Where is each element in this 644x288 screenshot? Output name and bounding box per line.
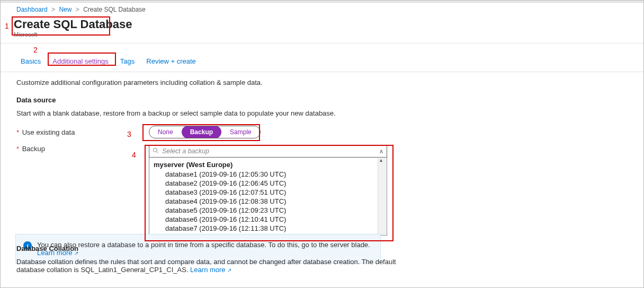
tabs: Basics Additional settings Tags Review +…: [1, 54, 643, 72]
backup-group-header: myserver (West Europe): [154, 160, 387, 170]
section-title-collation: Database Collation: [16, 245, 398, 252]
option-none[interactable]: None: [149, 126, 182, 138]
content: Customize additional configuration param…: [1, 72, 643, 247]
backup-dropdown: Select a backup ∧ myserver (West Europe)…: [149, 145, 387, 235]
section-text-collation: Database collation defines the rules tha…: [16, 258, 398, 274]
required-asterisk: *: [16, 128, 19, 136]
breadcrumb-current: Create SQL Database: [83, 6, 146, 13]
page-header: Create SQL Database Microsoft: [1, 13, 643, 43]
breadcrumb-separator: >: [74, 6, 82, 13]
backup-option[interactable]: database5 (2019-09-16 (12:09:23 UTC): [154, 206, 387, 215]
tab-additional-settings[interactable]: Additional settings: [52, 54, 109, 72]
backup-dropdown-input[interactable]: Select a backup ∧: [149, 145, 387, 158]
backup-placeholder: Select a backup: [162, 147, 379, 155]
svg-line-1: [157, 151, 158, 153]
external-link-icon: ↗: [227, 267, 231, 273]
page-subtitle: Microsoft: [14, 31, 637, 38]
tab-description: Customize additional configuration param…: [16, 78, 633, 86]
required-asterisk: *: [16, 145, 19, 153]
breadcrumb: Dashboard > New > Create SQL Database: [1, 3, 643, 13]
breadcrumb-separator: >: [49, 6, 57, 13]
backup-dropdown-list: myserver (West Europe) database1 (2019-0…: [149, 158, 387, 235]
breadcrumb-link-new[interactable]: New: [59, 6, 71, 13]
chevron-up-icon: ∧: [379, 148, 383, 155]
use-existing-data-toggle[interactable]: None Backup Sample: [149, 126, 261, 138]
label-backup: * Backup: [16, 145, 149, 153]
page-root: Dashboard > New > Create SQL Database Cr…: [0, 0, 644, 288]
svg-point-0: [154, 148, 157, 152]
backup-option[interactable]: database7 (2019-09-16 (12:11:38 UTC): [154, 224, 387, 233]
tab-review-create[interactable]: Review + create: [146, 54, 196, 72]
row-use-existing-data: * Use existing data None Backup Sample: [16, 126, 633, 138]
page-title: Create SQL Database: [14, 18, 132, 31]
backup-option[interactable]: database3 (2019-09-16 (12:07:51 UTC): [154, 188, 387, 197]
section-title-data-source: Data source: [16, 96, 633, 104]
option-backup[interactable]: Backup: [182, 126, 221, 138]
label-text: Backup: [22, 145, 45, 153]
row-backup: * Backup Select a backup ∧ myserver (Wes…: [16, 145, 633, 235]
backup-option[interactable]: database1 (2019-09-16 (12:05:30 UTC): [154, 170, 387, 179]
tab-basics[interactable]: Basics: [21, 54, 41, 72]
section-collation: Database Collation Database collation de…: [16, 245, 398, 282]
breadcrumb-link-dashboard[interactable]: Dashboard: [16, 6, 48, 13]
tab-tags[interactable]: Tags: [120, 54, 135, 72]
backup-option[interactable]: database4 (2019-09-16 (12:08:38 UTC): [154, 197, 387, 206]
search-icon: [153, 147, 159, 155]
backup-option[interactable]: database2 (2019-09-16 (12:06:45 UTC): [154, 179, 387, 188]
dropdown-scrollbar[interactable]: [378, 158, 386, 234]
annotation-number-2: 2: [33, 46, 38, 54]
option-sample[interactable]: Sample: [221, 126, 260, 138]
label-use-existing-data: * Use existing data: [16, 128, 149, 136]
section-text-data-source: Start with a blank database, restore fro…: [16, 109, 633, 117]
backup-option[interactable]: database6 (2019-09-16 (12:10:41 UTC): [154, 215, 387, 224]
collation-learn-more-link[interactable]: Learn more ↗: [190, 266, 231, 274]
label-text: Use existing data: [22, 128, 75, 136]
